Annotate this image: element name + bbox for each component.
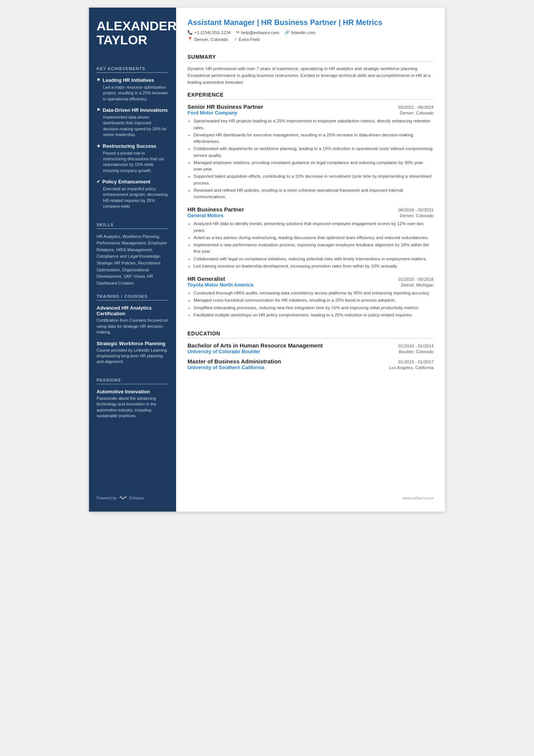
exp-ford-company-row: Ford Motor Company Denver, Colorado bbox=[187, 110, 434, 116]
achievement-data-driven: ⚑ Data-Driven HR Innovations Implemented… bbox=[97, 107, 169, 138]
passion-automotive-desc: Passionate about the advancing technolog… bbox=[97, 396, 169, 419]
star-field-icon: ☆ bbox=[234, 37, 237, 42]
edu-usc-school: University of Southern California bbox=[187, 365, 264, 370]
edu-boulder-school: University of Colorado Boulder bbox=[187, 349, 260, 354]
flag-icon: ⚑ bbox=[97, 78, 100, 83]
bullet: Implemented a new performance evaluation… bbox=[194, 242, 434, 255]
education-section-title: EDUCATION bbox=[187, 330, 434, 338]
summary-section-title: SUMMARY bbox=[187, 54, 434, 62]
exp-toyota-bullets: Conducted thorough HRIS audits, increasi… bbox=[187, 290, 434, 318]
flag-icon-2: ⚑ bbox=[97, 108, 100, 113]
exp-ford-location: Denver, Colorado bbox=[400, 111, 434, 115]
location-contact: 📍 Denver, Colorado bbox=[187, 37, 228, 42]
star-icon: ★ bbox=[97, 144, 100, 149]
bullet: Led training sessions on leadership deve… bbox=[194, 263, 434, 269]
exp-ford-header: Senior HR Business Partner 03/2021 - 06/… bbox=[187, 103, 434, 110]
location-icon: 📍 bbox=[187, 37, 193, 42]
edu-boulder-location: Boulder, Colorado bbox=[399, 349, 434, 354]
experience-ford: Senior HR Business Partner 03/2021 - 06/… bbox=[187, 103, 434, 201]
exp-toyota-header: HR Generalist 01/2015 - 05/2018 bbox=[187, 275, 434, 282]
bullet: Supported talent acquisition efforts, co… bbox=[194, 173, 434, 186]
bullet: Conducted thorough HRIS audits, increasi… bbox=[194, 290, 434, 296]
exp-gm-company: General Motors bbox=[187, 213, 223, 218]
exp-gm-location: Denver, Colorado bbox=[400, 213, 434, 218]
bullet: Developed HR dashboards for executive ma… bbox=[194, 132, 434, 145]
exp-gm-dates: 06/2018 - 02/2021 bbox=[398, 208, 434, 212]
education-usc: Master of Business Administration 01/201… bbox=[187, 358, 434, 370]
experience-section-title: EXPERIENCE bbox=[187, 92, 434, 100]
link-icon: 🔗 bbox=[284, 30, 290, 35]
edu-usc-dates: 01/2015 - 01/2017 bbox=[398, 360, 434, 364]
edu-usc-school-row: University of Southern California Los An… bbox=[187, 365, 434, 370]
job-title-header: Assistant Manager | HR Business Partner … bbox=[187, 18, 434, 27]
bullet: Reviewed and refined HR policies, result… bbox=[194, 187, 434, 200]
skills-title: SKILLS bbox=[97, 222, 169, 229]
main-footer: www.enhancv.com bbox=[187, 488, 434, 500]
email-contact: ✉ help@enhancv.com bbox=[236, 30, 279, 35]
phone-icon: 📞 bbox=[187, 30, 193, 35]
summary-text: Dynamic HR professional with over 7 year… bbox=[187, 66, 434, 86]
skills-list: HR Analytics, Workforce Planning, Perfor… bbox=[97, 233, 169, 287]
exp-gm-bullets: Analyzed HR data to identify trends, pre… bbox=[187, 221, 434, 269]
resume-container: ALEXANDER TAYLOR KEY ACHIEVEMENTS ⚑ Lead… bbox=[89, 8, 445, 512]
bullet: Simplified onboarding processes, reducin… bbox=[194, 305, 434, 311]
bullet: Facilitated multiple workshops on HR pol… bbox=[194, 312, 434, 318]
extra-contact: ☆ Extra Field bbox=[234, 37, 260, 42]
bullet: Spearheaded key HR projects leading to a… bbox=[194, 118, 434, 131]
candidate-name: ALEXANDER TAYLOR bbox=[97, 19, 169, 47]
main-content: Assistant Manager | HR Business Partner … bbox=[176, 8, 445, 512]
bullet: Analyzed HR data to identify trends, pre… bbox=[194, 221, 434, 234]
sidebar: ALEXANDER TAYLOR KEY ACHIEVEMENTS ⚑ Lead… bbox=[89, 8, 176, 512]
bullet: Collaborated with legal on compliance in… bbox=[194, 256, 434, 262]
contact-row: 📞 +1-(234)-555-1234 ✉ help@enhancv.com 🔗… bbox=[187, 30, 434, 35]
exp-ford-title: Senior HR Business Partner bbox=[187, 103, 263, 110]
edu-usc-location: Los Angeles, California bbox=[389, 365, 434, 370]
education-boulder: Bachelor of Arts in Human Resource Manag… bbox=[187, 342, 434, 354]
exp-ford-dates: 03/2021 - 06/2024 bbox=[398, 105, 434, 110]
edu-boulder-dates: 01/2010 - 01/2014 bbox=[398, 344, 434, 348]
exp-ford-company: Ford Motor Company bbox=[187, 110, 237, 116]
achievement-restructuring: ★ Restructuring Success Played a pivotal… bbox=[97, 143, 169, 174]
exp-gm-header: HR Business Partner 06/2018 - 02/2021 bbox=[187, 206, 434, 213]
training-title: TRAINING / COURSES bbox=[97, 294, 169, 301]
experience-toyota: HR Generalist 01/2015 - 05/2018 Toyota M… bbox=[187, 275, 434, 319]
linkedin-contact: 🔗 linkedin.com bbox=[284, 30, 315, 35]
exp-toyota-location: Detroit, Michigan bbox=[401, 283, 434, 287]
training-analytics: Advanced HR Analytics Certification Cert… bbox=[97, 305, 169, 335]
experience-gm: HR Business Partner 06/2018 - 02/2021 Ge… bbox=[187, 206, 434, 270]
sidebar-footer: Powered by Enhancv bbox=[97, 488, 169, 500]
passion-automotive-title: Automotive Innovation bbox=[97, 389, 169, 394]
exp-gm-company-row: General Motors Denver, Colorado bbox=[187, 213, 434, 218]
edu-usc-header: Master of Business Administration 01/201… bbox=[187, 358, 434, 365]
training-workforce: Strategic Workforce Planning Course prov… bbox=[97, 341, 169, 365]
exp-toyota-title: HR Generalist bbox=[187, 275, 225, 282]
exp-toyota-dates: 01/2015 - 05/2018 bbox=[398, 277, 434, 282]
exp-toyota-company: Toyota Motor North America bbox=[187, 282, 253, 288]
exp-ford-bullets: Spearheaded key HR projects leading to a… bbox=[187, 118, 434, 200]
bullet: Managed cross-functional communication f… bbox=[194, 297, 434, 304]
edu-boulder-degree: Bachelor of Arts in Human Resource Manag… bbox=[187, 342, 323, 349]
edu-boulder-header: Bachelor of Arts in Human Resource Manag… bbox=[187, 342, 434, 349]
bullet: Collaborated with departments on workfor… bbox=[194, 146, 434, 159]
location-row: 📍 Denver, Colorado ☆ Extra Field bbox=[187, 37, 434, 42]
key-achievements-title: KEY ACHIEVEMENTS bbox=[97, 66, 169, 73]
achievement-policy: ✔ Policy Enhancement Executed an impactf… bbox=[97, 179, 169, 210]
passions-title: PASSIONS bbox=[97, 378, 169, 384]
phone-contact: 📞 +1-(234)-555-1234 bbox=[187, 30, 231, 35]
edu-boulder-school-row: University of Colorado Boulder Boulder, … bbox=[187, 349, 434, 354]
exp-gm-title: HR Business Partner bbox=[187, 206, 244, 213]
enhancv-logo-icon bbox=[119, 496, 127, 500]
edu-usc-degree: Master of Business Administration bbox=[187, 358, 281, 365]
bullet: Managed employee relations, providing co… bbox=[194, 160, 434, 173]
bullet: Acted as a key advisor during restructur… bbox=[194, 235, 434, 241]
email-icon: ✉ bbox=[236, 30, 239, 35]
achievement-leading-hr: ⚑ Leading HR Initiatives Led a major res… bbox=[97, 77, 169, 102]
check-icon: ✔ bbox=[97, 179, 100, 184]
exp-toyota-company-row: Toyota Motor North America Detroit, Mich… bbox=[187, 282, 434, 288]
